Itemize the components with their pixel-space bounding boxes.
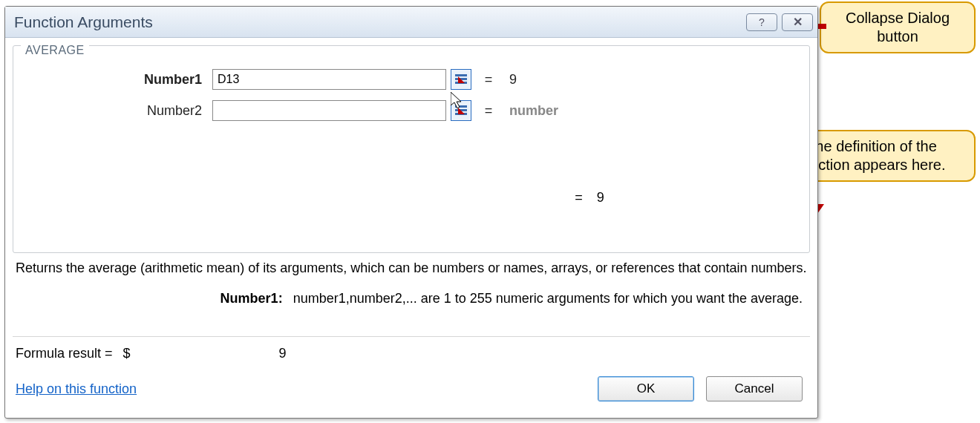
formula-result-label: Formula result =: [16, 346, 113, 361]
argument-label: Number2: [25, 103, 212, 119]
intermediate-result: = 9: [382, 190, 797, 206]
argument-row: Number2 = number: [25, 98, 797, 123]
formula-result-currency: $: [123, 346, 153, 361]
function-arguments-dialog: Function Arguments ? ✕ AVERAGE Number1: [4, 6, 818, 419]
argument-description-text: number1,number2,... are 1 to 255 numeric…: [293, 291, 803, 306]
argument-group: AVERAGE Number1 = 9: [13, 45, 810, 253]
function-description: Returns the average (arithmetic mean) of…: [16, 260, 807, 276]
cancel-button[interactable]: Cancel: [706, 376, 803, 401]
window-buttons: ? ✕: [746, 13, 813, 31]
argument-description: Number1: number1,number2,... are 1 to 25…: [16, 291, 807, 306]
annotation-collapse-callout: Collapse Dialog button: [820, 1, 976, 53]
collapse-dialog-icon: [454, 73, 468, 86]
description-block: Returns the average (arithmetic mean) of…: [13, 253, 810, 306]
help-button[interactable]: ?: [746, 13, 777, 31]
dialog-titlebar: Function Arguments ? ✕: [5, 7, 817, 38]
dialog-title: Function Arguments: [14, 13, 153, 31]
annotation-definition-text: The definition of the function appears h…: [797, 138, 945, 173]
argument-description-name: Number1:: [201, 291, 283, 306]
argument-label: Number1: [25, 72, 212, 88]
argument-result: = 9: [482, 72, 517, 88]
collapse-dialog-button[interactable]: [451, 100, 471, 121]
close-button[interactable]: ✕: [782, 13, 813, 31]
help-icon: ?: [759, 16, 765, 28]
help-link[interactable]: Help on this function: [16, 381, 137, 397]
separator: [13, 336, 810, 337]
formula-result-value: 9: [279, 346, 287, 361]
svg-rect-0: [455, 74, 467, 76]
collapse-dialog-button[interactable]: [451, 69, 471, 90]
ok-button[interactable]: OK: [598, 376, 694, 401]
collapse-dialog-icon: [454, 104, 468, 117]
annotation-collapse-text: Collapse Dialog button: [846, 10, 950, 45]
function-name: AVERAGE: [21, 44, 89, 57]
dialog-footer: Help on this function OK Cancel: [13, 376, 810, 410]
svg-rect-4: [455, 105, 467, 108]
number1-input[interactable]: [212, 69, 446, 90]
formula-result-row: Formula result = $ 9: [13, 346, 810, 361]
argument-result: = number: [482, 103, 558, 119]
argument-row: Number1 = 9: [25, 67, 797, 92]
close-icon: ✕: [793, 15, 803, 29]
dialog-body: AVERAGE Number1 = 9: [5, 38, 817, 418]
number2-input[interactable]: [212, 100, 446, 121]
